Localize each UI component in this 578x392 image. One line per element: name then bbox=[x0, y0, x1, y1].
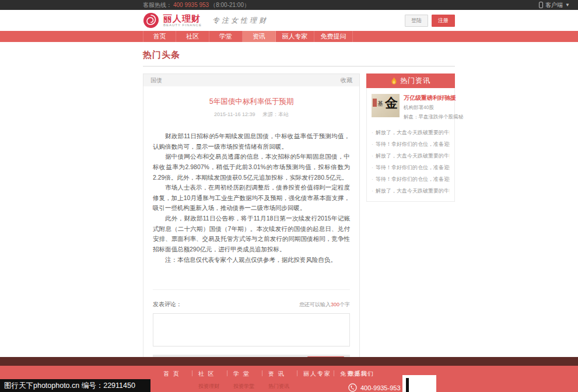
page-title: 热门头条 bbox=[143, 50, 455, 61]
flame-icon bbox=[391, 77, 397, 85]
thumb-small-char: 基 bbox=[377, 100, 383, 108]
footer-col-community: 社 区 投资理财 生活理财 bbox=[198, 370, 226, 392]
list-item[interactable]: ·等待！拿好你们的仓位，准备迎接复兴之 bbox=[372, 138, 450, 150]
footer-link-community[interactable]: 社 区 bbox=[198, 370, 226, 378]
hotline-number: 400 9935 953 bbox=[173, 2, 209, 8]
main-content: 热门头条 国债 收藏 5年国债中标利率低于预期 2015-11-16 12:39… bbox=[0, 42, 578, 357]
nav-item-home[interactable]: 首页 bbox=[143, 31, 176, 42]
watermark-bar: 图行天下photophoto.cn 编号：22911450 bbox=[0, 379, 150, 392]
qr-code-image bbox=[402, 375, 436, 392]
hot-news-list: ·解放了，大盘今天跌破重要的牛熊分界线 ·等待！拿好你们的仓位，准备迎接复兴之 … bbox=[372, 127, 450, 197]
footer-link-experts[interactable]: 丽人专家 bbox=[303, 370, 332, 378]
footer-sublink[interactable]: 热门资讯 bbox=[268, 383, 296, 390]
featured-line1: 机构部署40股 bbox=[404, 104, 450, 111]
footer-col-news: 资 讯 热门资讯 bbox=[268, 370, 296, 390]
footer-separator bbox=[297, 370, 297, 376]
footer-link-school[interactable]: 学 堂 bbox=[233, 370, 261, 378]
seal-mark bbox=[373, 99, 377, 107]
footer-link-home[interactable]: 首 页 bbox=[163, 370, 191, 378]
article-paragraph: 财政部11日招标的5年期续发固息国债，中标收益率低于预测均值，认购倍数尚可，显示… bbox=[153, 131, 350, 152]
hot-news-sidebar: 热门资讯 基 金 万亿级重磅利好驰援 机构部署40股 解盘：早盘涨跌停个股揭秘 bbox=[366, 74, 455, 202]
bullet-icon: · bbox=[372, 141, 373, 147]
nav-item-news[interactable]: 资讯 bbox=[243, 31, 276, 42]
rose-logo-icon bbox=[143, 12, 159, 29]
login-button[interactable]: 登陆 bbox=[405, 15, 428, 27]
nav-item-community[interactable]: 社区 bbox=[176, 31, 209, 42]
chevron-down-icon: ▼ bbox=[565, 2, 570, 8]
title-divider bbox=[143, 66, 455, 66]
main-nav: 首页 社区 学堂 资讯 丽人专家 免费提问 bbox=[0, 31, 578, 42]
nav-item-free-ask[interactable]: 免费提问 bbox=[314, 31, 353, 42]
favorite-button[interactable]: 收藏 bbox=[341, 76, 352, 85]
featured-title[interactable]: 万亿级重磅利好驰援 bbox=[404, 94, 450, 102]
footer-separator bbox=[227, 370, 227, 376]
qr-mark bbox=[406, 378, 409, 392]
article-source: 来源：本站 bbox=[262, 111, 289, 117]
comment-label: 发表评论： bbox=[153, 300, 182, 309]
send-comment-button[interactable]: 发 送 bbox=[307, 356, 344, 357]
featured-line2: 解盘：早盘涨跌停个股揭秘 bbox=[404, 114, 450, 121]
article-note: 注：本信息仅代表专家个人观点仅供参考，据此投资风险自负。 bbox=[153, 255, 350, 265]
featured-news-item[interactable]: 基 金 万亿级重磅利好驰援 机构部署40股 解盘：早盘涨跌停个股揭秘 bbox=[372, 94, 450, 121]
comment-toolbar: 发 送 bbox=[153, 355, 350, 357]
nav-item-experts[interactable]: 丽人专家 bbox=[276, 31, 314, 42]
hotline-hours: （8:00-21:00） bbox=[210, 1, 250, 9]
hotline-label: 客服热线： bbox=[143, 1, 172, 9]
nav-item-school[interactable]: 学堂 bbox=[209, 31, 243, 42]
article-category-tag[interactable]: 国债 bbox=[150, 76, 162, 85]
mobile-phone-icon bbox=[539, 2, 543, 8]
sidebar-header: 热门资讯 bbox=[366, 74, 455, 88]
article-paragraph: 据中债网公布和交易员透露的信息，本次招标的5年期固息国债，中标收益率为2.980… bbox=[153, 152, 350, 183]
list-item[interactable]: ·等待！拿好你们的仓位，准备迎接复兴之 bbox=[372, 162, 450, 173]
footer-separator bbox=[192, 370, 192, 376]
footer-sublink[interactable]: 投资学堂 bbox=[233, 383, 261, 390]
comment-input[interactable] bbox=[153, 313, 350, 346]
footer-col-experts: 丽人专家 bbox=[303, 370, 332, 378]
comment-counter-number: 300 bbox=[331, 302, 339, 307]
comment-counter: 您还可以输入300个字 bbox=[299, 301, 350, 309]
footer-sublink[interactable]: 投资理财 bbox=[198, 383, 226, 390]
logo-text-cn: 丽人理财 bbox=[163, 14, 202, 23]
bullet-icon: · bbox=[372, 130, 373, 135]
service-hotline: 客服热线：400 9935 953（8:00-21:00） bbox=[143, 1, 250, 9]
topbar: 客服热线：400 9935 953（8:00-21:00） 客户端 ▼ bbox=[0, 0, 578, 10]
footer-col-home: 首 页 bbox=[163, 370, 191, 378]
slogan: 专注女性理财 bbox=[212, 16, 268, 26]
contact-phone: 400-9935-953 bbox=[360, 384, 401, 391]
article-meta: 2015-11-16 12:39 来源：本站 bbox=[153, 111, 350, 118]
client-app-label: 客户端 bbox=[545, 1, 563, 9]
article-date: 2015-11-16 12:39 bbox=[214, 111, 255, 117]
bullet-icon: · bbox=[372, 176, 373, 182]
article-paragraph: 市场人士表示，在周初经历剧烈调整后，债券投资价值得到一定程度修复，加上10月通胀… bbox=[153, 183, 350, 214]
footer-col-school: 学 堂 投资学堂 bbox=[233, 370, 261, 390]
comment-divider bbox=[153, 289, 350, 290]
site-logo[interactable]: 丽人理财 BEAUTY FINANCE bbox=[143, 12, 202, 29]
logo-text-en: BEAUTY FINANCE bbox=[163, 23, 202, 27]
footer-link-news[interactable]: 资 讯 bbox=[268, 370, 296, 378]
list-item[interactable]: ·解放了，大盘今天跌破重要的牛熊分界线 bbox=[372, 185, 450, 197]
featured-thumbnail: 基 金 bbox=[372, 94, 400, 117]
sidebar-title: 热门资讯 bbox=[400, 76, 430, 86]
list-item[interactable]: ·等待！拿好你们的仓位，准备迎接复兴之 bbox=[372, 173, 450, 185]
bullet-icon: · bbox=[372, 188, 373, 194]
footer-contact: 联系我们 400-9935-953 bbox=[348, 370, 401, 392]
phone-icon bbox=[348, 383, 357, 392]
footer-separator bbox=[262, 370, 262, 376]
article-paragraph: 此外，财政部11日公告称，将于11月18日第一次续发行2015年记账式附息（二十… bbox=[153, 214, 350, 255]
footer-separator bbox=[334, 370, 334, 376]
register-button[interactable]: 注册 bbox=[432, 15, 455, 27]
bullet-icon: · bbox=[372, 164, 373, 170]
article-body: 财政部11日招标的5年期续发固息国债，中标收益率低于预测均值，认购倍数尚可，显示… bbox=[153, 131, 350, 265]
article-title: 5年国债中标利率低于预期 bbox=[153, 97, 350, 107]
thumb-main-char: 金 bbox=[385, 96, 398, 109]
footer-top-strip bbox=[0, 357, 578, 366]
bullet-icon: · bbox=[372, 153, 373, 159]
client-app-menu[interactable]: 客户端 ▼ bbox=[539, 1, 570, 9]
list-item[interactable]: ·解放了，大盘今天跌破重要的牛熊分界线 bbox=[372, 150, 450, 162]
site-header: 丽人理财 BEAUTY FINANCE 专注女性理财 登陆 注册 bbox=[0, 10, 578, 31]
article-card: 国债 收藏 5年国债中标利率低于预期 2015-11-16 12:39 来源：本… bbox=[143, 74, 360, 357]
list-item[interactable]: ·解放了，大盘今天跌破重要的牛熊分界线 bbox=[372, 127, 450, 138]
contact-title: 联系我们 bbox=[348, 370, 401, 378]
